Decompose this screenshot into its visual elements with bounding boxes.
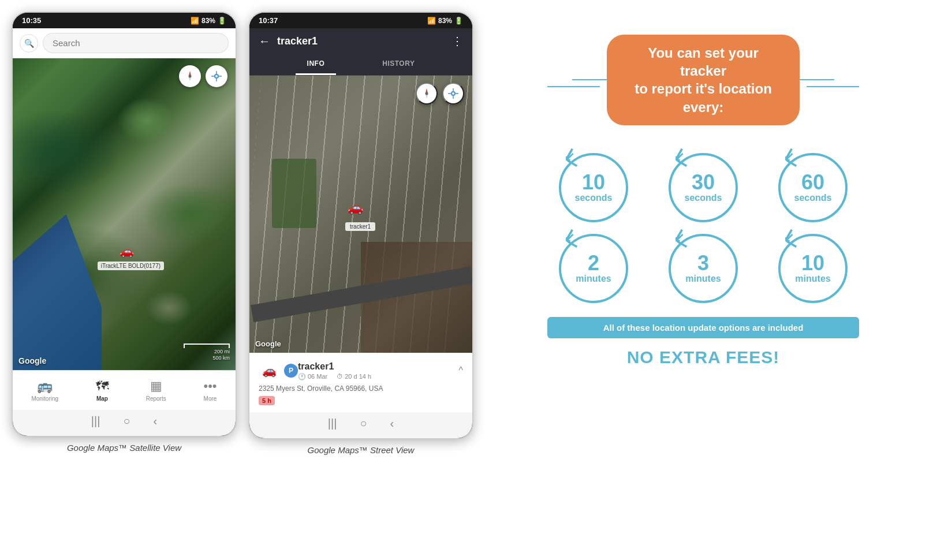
back-button[interactable]: ←: [259, 35, 270, 48]
reports-icon: ▦: [150, 379, 162, 394]
phone2-street: 10:37 📶 83% 🔋 ← tracker1 ⋮ INFO HISTORY: [248, 12, 473, 439]
scale-500km: 500 km: [184, 355, 230, 362]
circle-unit-30sec: seconds: [685, 193, 722, 203]
street-map: 🚗 tracker1 Google: [249, 76, 472, 353]
nav-reports-label: Reports: [146, 395, 166, 402]
circle-unit-10min: minutes: [795, 274, 830, 284]
circle-ring-10min: ↙ 10 minutes: [778, 234, 848, 303]
circle-number-10: 10: [582, 172, 605, 193]
phone2-status-bar: 10:37 📶 83% 🔋: [249, 13, 472, 28]
svg-point-10: [426, 92, 428, 95]
arrow-3min: ↙: [674, 230, 684, 245]
circles-grid: ↙ 10 seconds ↙ 30 seconds ↙ 60 seconds: [547, 153, 859, 303]
search-input[interactable]: [43, 33, 229, 53]
nav-monitoring-label: Monitoring: [31, 395, 58, 402]
circle-30sec: ↙ 30 seconds: [657, 153, 749, 222]
tab-history[interactable]: HISTORY: [371, 54, 426, 75]
home-gesture-btn2[interactable]: ○: [360, 417, 367, 430]
arrow-60sec: ↙: [783, 150, 794, 165]
tracker-duration: ⏱ 20 d 14 h: [337, 373, 371, 380]
title-line-left: [547, 86, 600, 87]
promo-title: You can set your tracker to report it's …: [607, 35, 800, 125]
circle-unit-60sec: seconds: [794, 193, 832, 203]
tracker-name: tracker1: [298, 361, 458, 372]
arrow-10min: ↙: [783, 230, 794, 245]
circle-60sec: ↙ 60 seconds: [767, 153, 859, 222]
back-gesture-btn[interactable]: |||: [91, 415, 100, 428]
nav-more-label: More: [204, 395, 217, 402]
arrow-30sec: ↙: [674, 150, 684, 165]
tracker-info-panel: 🚗 P tracker1 🕐 06 Mar ⏱ 20 d 14 h: [249, 353, 472, 412]
tracker-date: 🕐 06 Mar: [298, 373, 327, 380]
back-gesture-btn2[interactable]: |||: [328, 417, 337, 430]
arrow-10sec: ↙: [564, 150, 574, 165]
compass-button2[interactable]: [416, 83, 438, 104]
promo-title-row: You can set your tracker to report it's …: [547, 35, 859, 139]
location-button2[interactable]: [442, 83, 464, 104]
search-icon: 🔍: [20, 34, 38, 53]
phone2-home-indicator: ||| ○ ‹: [249, 412, 472, 438]
phone1-battery: 83%: [201, 17, 215, 25]
circle-number-30: 30: [692, 172, 715, 193]
circle-10sec: ↙ 10 seconds: [547, 153, 640, 222]
circle-3min: ↙ 3 minutes: [657, 234, 749, 303]
compass-button[interactable]: [179, 65, 201, 87]
scale-bar: 200 mi 500 km: [184, 344, 230, 362]
home-gesture-btn[interactable]: ○: [123, 415, 130, 428]
nav-monitoring[interactable]: 🚌 Monitoring: [25, 376, 64, 404]
water-overlay: [13, 214, 102, 370]
phone2-caption: Google Maps™ Street View: [308, 445, 415, 455]
circle-number-60: 60: [801, 172, 824, 193]
tracker-p-badge: P: [284, 364, 298, 378]
arrow-2min: ↙: [564, 230, 574, 245]
included-banner: All of these location update options are…: [547, 317, 859, 338]
monitoring-icon: 🚌: [37, 379, 53, 394]
circle-2min: ↙ 2 minutes: [547, 234, 640, 303]
phone1-wifi-icon: 📶: [191, 17, 199, 25]
location-button[interactable]: [206, 65, 227, 87]
map-icon: 🗺: [96, 379, 109, 394]
circle-10min: ↙ 10 minutes: [767, 234, 859, 303]
tracker-label-sat: iTrackLTE BOLD(0177): [98, 262, 164, 270]
circle-ring-2min: ↙ 2 minutes: [559, 234, 628, 303]
phone2-battery-icon: 🔋: [454, 17, 463, 25]
svg-point-3: [215, 74, 218, 78]
more-icon: •••: [203, 379, 217, 394]
tracker-name-info: tracker1 🕐 06 Mar ⏱ 20 d 14 h: [298, 361, 458, 380]
google-logo-sat: Google: [18, 356, 46, 365]
nav-reports[interactable]: ▦ Reports: [140, 376, 172, 404]
phone1-home-indicator: ||| ○ ‹: [13, 410, 236, 436]
svg-point-11: [451, 92, 455, 95]
phone1-satellite: 10:35 📶 83% 🔋 🔍: [12, 12, 237, 437]
circle-unit-2min: minutes: [576, 274, 611, 284]
phone2-status-right: 📶 83% 🔋: [427, 17, 463, 25]
tab-info[interactable]: INFO: [296, 54, 337, 75]
phone1-nav-bar: 🚌 Monitoring 🗺 Map ▦ Reports ••• More: [13, 370, 236, 410]
satellite-map: 🚗 iTrackLTE BOLD(0177) Google 200 mi 500…: [13, 58, 236, 370]
right-panel: You can set your tracker to report it's …: [485, 12, 921, 390]
phone1-battery-icon: 🔋: [218, 17, 226, 25]
nav-map[interactable]: 🗺 Map: [90, 376, 114, 404]
phone2-title: tracker1: [277, 35, 445, 47]
tracker-badge: 5 h: [259, 396, 275, 405]
circle-unit-10sec: seconds: [575, 193, 613, 203]
circle-number-2: 2: [588, 253, 599, 274]
phone1-search-bar: 🔍: [13, 28, 236, 58]
circle-ring-10sec: ↙ 10 seconds: [559, 153, 628, 222]
phone2-time: 10:37: [259, 16, 278, 25]
circle-ring-3min: ↙ 3 minutes: [669, 234, 738, 303]
title-line-right: [807, 86, 859, 87]
phone2-tabs: INFO HISTORY: [249, 54, 472, 76]
timer-icon: ⏱: [337, 373, 343, 380]
phone2-battery: 83%: [438, 17, 452, 25]
more-options-button[interactable]: ⋮: [451, 34, 463, 48]
recent-gesture-btn[interactable]: ‹: [154, 415, 158, 428]
nav-map-label: Map: [96, 395, 108, 402]
circle-unit-3min: minutes: [685, 274, 721, 284]
nav-more[interactable]: ••• More: [197, 376, 222, 404]
map-marker-street: 🚗: [348, 200, 363, 215]
recent-gesture-btn2[interactable]: ‹: [390, 417, 394, 430]
chevron-up-icon: ^: [458, 365, 463, 376]
tracker-car-icon: 🚗: [259, 360, 279, 381]
tracker-address: 2325 Myers St, Oroville, CA 95966, USA: [259, 384, 463, 393]
